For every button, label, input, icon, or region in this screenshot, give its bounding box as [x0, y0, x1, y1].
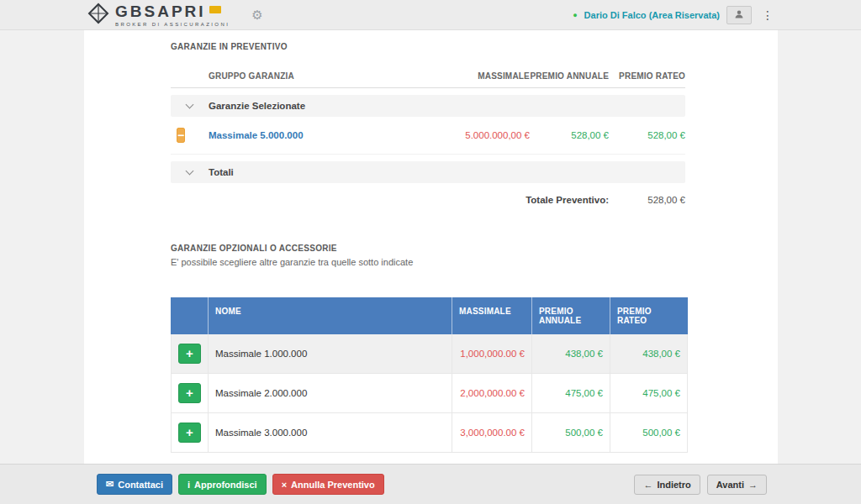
arrow-left-icon: ←	[643, 480, 652, 490]
table-row: − Massimale 5.000.000 5.000.000,00 € 528…	[171, 117, 685, 155]
group-row-garanzie-selezionate[interactable]: Garanzie Selezionate	[171, 95, 685, 117]
cell-premio-annuale: 528,00 €	[530, 130, 609, 140]
col-nome: NOME	[209, 297, 452, 334]
page-background: GARANZIE IN PREVENTIVO GRUPPO GARANZIA M…	[0, 30, 861, 464]
table-row: + Massimale 1.000.000 1,000,000.00 € 438…	[171, 334, 688, 374]
content-card: GARANZIE IN PREVENTIVO GRUPPO GARANZIA M…	[84, 30, 778, 464]
add-garanzia-button[interactable]: +	[178, 383, 201, 403]
cell-premio-rateo: 500,00 €	[610, 413, 688, 452]
optional-section-subtitle: E' possibile scegliere altre garanzie tr…	[171, 257, 688, 267]
learn-more-button[interactable]: i Approfondisci	[178, 474, 267, 495]
table-row: + Massimale 3.000.000 3,000,000.00 € 500…	[171, 413, 688, 453]
col-premio-annuale: PREMIO ANNUALE	[532, 297, 610, 334]
quote-table-header: GRUPPO GARANZIA MASSIMALE PREMIO ANNUALE…	[171, 71, 685, 88]
quote-section-title: GARANZIE IN PREVENTIVO	[171, 42, 688, 51]
chevron-down-icon	[186, 166, 194, 175]
col-massimale: MASSIMALE	[452, 297, 532, 334]
cell-nome: Massimale 1.000.000	[209, 334, 452, 373]
top-bar: GBSAPRI BROKER DI ASSICURAZIONI ⚙ ● Dari…	[0, 0, 861, 30]
add-garanzia-button[interactable]: +	[178, 423, 201, 443]
cell-premio-rateo: 475,00 €	[610, 374, 688, 412]
quote-table: GRUPPO GARANZIA MASSIMALE PREMIO ANNUALE…	[171, 71, 685, 215]
table-row: + Massimale 2.000.000 2,000,000.00 € 475…	[171, 374, 688, 413]
cell-massimale: 5.000.000,00 €	[429, 130, 530, 140]
back-button[interactable]: ← Indietro	[634, 475, 700, 495]
group-label: Garanzie Selezionate	[209, 101, 305, 111]
optional-table-header: NOME MASSIMALE PREMIO ANNUALE PREMIO RAT…	[171, 297, 688, 334]
logo-icon	[87, 3, 109, 28]
online-status-dot-icon: ●	[573, 11, 577, 19]
close-icon: ×	[282, 480, 287, 490]
brand-text: GBSAPRI BROKER DI ASSICURAZIONI	[115, 3, 230, 27]
cell-premio-annuale: 500,00 €	[532, 413, 610, 452]
brand-badge-icon	[209, 6, 221, 13]
kebab-menu-icon[interactable]: ⋮	[758, 8, 777, 22]
footer-action-bar: ✉ Contattaci i Approfondisci × Annulla P…	[0, 464, 861, 504]
learn-more-button-label: Approfondisci	[194, 480, 257, 490]
total-preventivo-label: Totale Preventivo:	[209, 195, 609, 205]
cell-massimale: 3,000,000.00 €	[452, 413, 532, 452]
mail-icon: ✉	[106, 479, 114, 490]
person-icon	[734, 8, 744, 23]
col-premio-rateo: PREMIO RATEO	[610, 297, 688, 334]
contact-button[interactable]: ✉ Contattaci	[97, 474, 172, 495]
cancel-quote-button[interactable]: × Annulla Preventivo	[272, 474, 384, 495]
contact-button-label: Contattaci	[118, 480, 163, 490]
optional-table: NOME MASSIMALE PREMIO ANNUALE PREMIO RAT…	[171, 297, 688, 453]
garanzia-link[interactable]: Massimale 5.000.000	[209, 130, 304, 140]
total-row: Totale Preventivo: 528,00 €	[171, 185, 685, 215]
cell-premio-rateo: 438,00 €	[610, 334, 688, 373]
group-row-totali[interactable]: Totali	[171, 161, 685, 183]
col-gruppo-garanzia: GRUPPO GARANZIA	[209, 71, 429, 81]
top-right-controls: ● Dario Di Falco (Area Riservata) ⋮	[573, 6, 777, 24]
cell-massimale: 1,000,000.00 €	[452, 334, 532, 373]
cell-nome: Massimale 3.000.000	[209, 413, 452, 452]
user-profile-button[interactable]	[726, 6, 752, 24]
brand-logo[interactable]: GBSAPRI BROKER DI ASSICURAZIONI	[87, 3, 230, 28]
cancel-quote-button-label: Annulla Preventivo	[291, 480, 375, 490]
col-premio-annuale: PREMIO ANNUALE	[530, 71, 609, 81]
cell-nome: Massimale 2.000.000	[209, 374, 452, 412]
col-premio-rateo: PREMIO RATEO	[609, 71, 685, 81]
next-button[interactable]: Avanti →	[707, 475, 767, 495]
add-garanzia-button[interactable]: +	[178, 344, 201, 364]
brand-name: GBSAPRI	[115, 3, 206, 19]
back-button-label: Indietro	[657, 480, 690, 490]
col-massimale: MASSIMALE	[429, 71, 530, 81]
gear-icon[interactable]: ⚙	[251, 8, 262, 23]
info-icon: i	[188, 480, 190, 490]
header-spacer	[171, 297, 209, 334]
chevron-down-icon	[186, 100, 194, 108]
next-button-label: Avanti	[716, 480, 744, 490]
optional-section-title: GARANZIE OPZIONALI O ACCESSORIE	[171, 244, 688, 253]
group-label: Totali	[209, 167, 234, 177]
total-preventivo-value: 528,00 €	[609, 195, 685, 205]
arrow-right-icon: →	[748, 480, 758, 490]
cell-massimale: 2,000,000.00 €	[452, 374, 532, 412]
remove-garanzia-button[interactable]: −	[177, 128, 185, 143]
cell-premio-annuale: 438,00 €	[532, 334, 610, 373]
user-account-link[interactable]: Dario Di Falco (Area Riservata)	[584, 10, 720, 20]
cell-premio-rateo: 528,00 €	[609, 130, 685, 140]
brand-tagline: BROKER DI ASSICURAZIONI	[115, 22, 230, 27]
cell-premio-annuale: 475,00 €	[532, 374, 610, 412]
